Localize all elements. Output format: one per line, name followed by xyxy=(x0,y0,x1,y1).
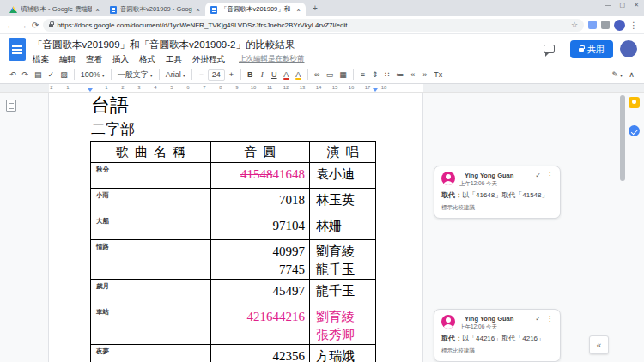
menu-bar: 檔案編輯查看插入格式工具外掛程式上次編輯是在數秒前 xyxy=(27,53,305,64)
underline-icon[interactable]: U xyxy=(269,70,280,79)
document-canvas: 台語 二字部 歌曲名稱音圓演唱 秋分4154841648袁小迪小雨7018林玉英… xyxy=(0,93,644,362)
comment-card[interactable]: Ying Yong Guan上午12:06 今天✓⋮取代：以「44216」取代「… xyxy=(434,309,561,362)
comment-more-icon[interactable]: ⋮ xyxy=(546,172,553,179)
dropdown-caret-icon: ▾ xyxy=(620,72,623,78)
window-controls: — ▢ ✕ xyxy=(605,2,640,9)
menu-item[interactable]: 工具 xyxy=(161,53,187,64)
font-size-increase-icon[interactable]: + xyxy=(226,70,237,79)
collapse-toolbar-icon[interactable]: ∧ xyxy=(626,70,637,79)
forward-icon[interactable]: → xyxy=(19,21,27,30)
close-button[interactable]: ✕ xyxy=(634,2,639,9)
browser-tab[interactable]: 「音圓歌本v201909」和「音圓...× xyxy=(205,3,306,16)
comment-header: Ying Yong Guan上午12:06 今天✓⋮ xyxy=(441,315,553,330)
new-tab-button[interactable]: + xyxy=(309,3,321,15)
browser-tab[interactable]: 填補歌本 - Google 雲端硬碟× xyxy=(4,3,105,16)
spell-check-icon[interactable]: ✓ xyxy=(46,70,58,79)
extension-icon[interactable] xyxy=(601,21,610,29)
comment-text: 以「44216」取代「4216」 xyxy=(462,335,544,342)
resolve-comment-icon[interactable]: ✓ xyxy=(535,172,541,179)
commenter-avatar xyxy=(441,315,455,329)
undo-icon[interactable]: ↶ xyxy=(7,70,19,79)
bold-icon[interactable]: B xyxy=(245,70,256,79)
reload-icon[interactable]: ⟳ xyxy=(32,21,39,30)
comment-action-label: 取代： xyxy=(441,335,462,342)
docs-logo-icon[interactable] xyxy=(9,38,26,61)
browser-profile-avatar[interactable] xyxy=(614,20,625,31)
browser-tab[interactable]: 音圓歌本v201909 - Google 文件× xyxy=(105,3,205,16)
tab-title: 音圓歌本v201909 - Google 文件 xyxy=(120,5,192,14)
clear-formatting-icon[interactable]: Tx xyxy=(431,70,445,79)
tab-close-icon[interactable]: × xyxy=(95,6,100,14)
comment-more-icon[interactable]: ⋮ xyxy=(546,315,553,323)
text-color-icon[interactable]: A xyxy=(281,70,292,79)
right-indent-marker[interactable] xyxy=(373,88,378,92)
back-icon[interactable]: ← xyxy=(6,21,15,30)
menu-item[interactable]: 插入 xyxy=(107,53,134,64)
ruler-number: 18 xyxy=(381,85,387,90)
insert-comment-icon[interactable]: ▭ xyxy=(324,70,337,79)
font-size-decrease-icon[interactable]: − xyxy=(196,70,207,79)
url-field[interactable]: https://docs.google.com/document/d/1ycWe… xyxy=(43,19,584,32)
resolve-comment-icon[interactable]: ✓ xyxy=(535,315,541,323)
align-icon[interactable]: ≡ xyxy=(357,70,368,79)
insert-image-icon[interactable]: ▦ xyxy=(337,70,349,79)
highlight-color-icon[interactable]: A xyxy=(293,70,304,79)
ruler: 21123456789101112131415161718 xyxy=(0,84,644,93)
ruler-number: 2 xyxy=(50,85,52,90)
docs-favicon xyxy=(110,6,117,14)
last-edit-status[interactable]: 上次編輯是在數秒前 xyxy=(239,54,305,64)
bulleted-list-icon[interactable]: ∷ xyxy=(381,70,392,79)
italic-icon[interactable]: I xyxy=(257,70,268,79)
url-text: https://docs.google.com/document/d/1ycWe… xyxy=(57,21,568,29)
tab-close-icon[interactable]: × xyxy=(196,6,200,14)
scrollbar-thumb[interactable] xyxy=(620,95,625,181)
indent-increase-icon[interactable]: » xyxy=(419,70,430,79)
zoom-select[interactable]: 100%▾ xyxy=(78,70,107,79)
font-size-value[interactable]: 24 xyxy=(208,69,225,81)
font-select[interactable]: Arial▾ xyxy=(163,70,188,79)
styles-select[interactable]: 一般文字▾ xyxy=(115,69,155,81)
tab-close-icon[interactable]: × xyxy=(296,6,301,14)
bookmark-star-icon[interactable]: ☆ xyxy=(571,21,578,29)
comment-time: 上午12:06 今天 xyxy=(459,323,531,330)
ruler-number: 7 xyxy=(203,85,205,90)
insert-link-icon[interactable]: ∞ xyxy=(312,70,323,79)
minimize-button[interactable]: — xyxy=(605,2,611,9)
tasks-icon[interactable] xyxy=(629,125,640,136)
print-icon[interactable]: ▤ xyxy=(32,70,45,79)
paint-format-icon[interactable]: ▨ xyxy=(58,70,70,79)
share-button[interactable]: 共用 xyxy=(570,40,613,58)
scrollbar[interactable] xyxy=(620,93,625,362)
menu-item[interactable]: 查看 xyxy=(81,53,107,64)
comment-footer: 標示比較建議 xyxy=(441,204,553,212)
numbered-list-icon[interactable]: ≔ xyxy=(393,70,406,79)
ruler-number: 1 xyxy=(66,85,69,90)
extension-icon[interactable] xyxy=(588,21,597,29)
editing-mode[interactable]: ✎▾ xyxy=(609,70,625,79)
maximize-button[interactable]: ▢ xyxy=(620,2,626,9)
ruler-number: 13 xyxy=(300,85,306,90)
menu-item[interactable]: 格式 xyxy=(134,53,161,64)
commenter-name: Ying Yong Guan xyxy=(459,315,531,323)
menu-item[interactable]: 外掛程式 xyxy=(187,53,230,64)
redo-icon[interactable]: ↷ xyxy=(20,70,32,79)
document-title[interactable]: 「音圓歌本v201909」和「音圓歌本v201909-2」的比較結果 xyxy=(33,39,295,51)
ruler-right-margin xyxy=(423,84,644,92)
line-spacing-icon[interactable]: ⇕ xyxy=(369,70,381,79)
collapse-panel-button[interactable]: « xyxy=(589,335,609,354)
left-indent-marker[interactable] xyxy=(88,88,93,92)
browser-menu-icon[interactable]: ⋮ xyxy=(629,21,638,30)
ruler-number: 10 xyxy=(251,85,257,90)
keep-icon[interactable] xyxy=(629,97,640,108)
comments-panel: Ying Yong Guan上午12:06 今天✓⋮取代：以「41648」取代「… xyxy=(0,93,644,362)
menu-item[interactable]: 檔案 xyxy=(27,53,54,64)
comment-card[interactable]: Ying Yong Guan上午12:06 今天✓⋮取代：以「41648」取代「… xyxy=(434,166,561,219)
browser-window: 填補歌本 - Google 雲端硬碟×音圓歌本v201909 - Google … xyxy=(0,0,644,362)
menu-item[interactable]: 編輯 xyxy=(54,53,81,64)
comment-meta: Ying Yong Guan上午12:06 今天 xyxy=(459,172,531,187)
docs-header: 「音圓歌本v201909」和「音圓歌本v201909-2」的比較結果 檔案編輯查… xyxy=(0,34,644,66)
open-comments-icon[interactable] xyxy=(544,45,555,53)
account-avatar[interactable] xyxy=(620,40,637,57)
toolbar-separator xyxy=(74,69,75,80)
indent-decrease-icon[interactable]: « xyxy=(407,70,418,79)
